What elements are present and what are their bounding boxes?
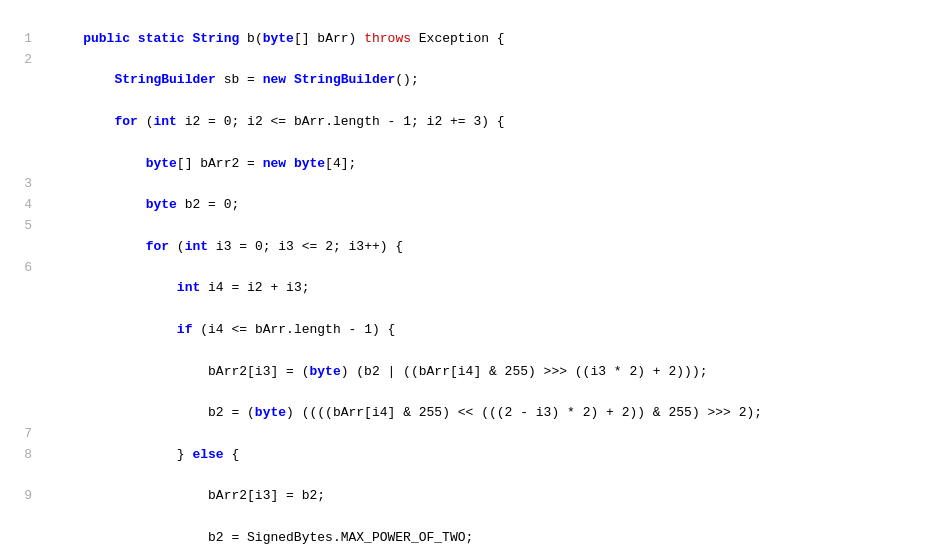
line-num: 7 [12, 424, 32, 445]
line-num [12, 507, 32, 528]
code-line: } else { [52, 445, 925, 466]
line-num [12, 70, 32, 91]
code-content[interactable]: public static String b(byte[] bArr) thro… [40, 0, 937, 555]
line-num [12, 91, 32, 112]
line-num [12, 528, 32, 549]
code-line: byte b2 = 0; [52, 195, 925, 216]
line-num [12, 362, 32, 383]
line-num [12, 133, 32, 154]
line-num: 8 [12, 445, 32, 466]
line-num: 4 [12, 195, 32, 216]
line-num: 6 [12, 258, 32, 279]
line-numbers: 1 2 3 4 5 6 7 8 9 10 [0, 0, 40, 555]
code-line: StringBuilder sb = new StringBuilder(); [52, 70, 925, 91]
line-num [12, 549, 32, 555]
code-line: int i4 = i2 + i3; [52, 278, 925, 299]
line-num [12, 382, 32, 403]
code-line: bArr2[i3] = b2; [52, 486, 925, 507]
code-line: for (int i2 = 0; i2 <= bArr.length - 1; … [52, 112, 925, 133]
code-line: b2 = (byte) ((((bArr[i4] & 255) << (((2 … [52, 403, 925, 424]
line-num [12, 237, 32, 258]
line-num: 9 [12, 486, 32, 507]
code-editor: 1 2 3 4 5 6 7 8 9 10 public static Strin [0, 0, 937, 555]
code-line: public static String b(byte[] bArr) thro… [52, 29, 925, 50]
line-num [12, 278, 32, 299]
line-num: 2 [12, 50, 32, 71]
line-num [12, 466, 32, 487]
code-line: for (int i3 = 0; i3 <= 2; i3++) { [52, 237, 925, 258]
line-num: 1 [12, 29, 32, 50]
line-num [12, 299, 32, 320]
line-num [12, 8, 32, 29]
line-num: 5 [12, 216, 32, 237]
code-line: if (i4 <= bArr.length - 1) { [52, 320, 925, 341]
line-num [12, 341, 32, 362]
code-line: byte[] bArr2 = new byte[4]; [52, 154, 925, 175]
code-line: bArr2[i3] = (byte) (b2 | ((bArr[i4] & 25… [52, 362, 925, 383]
code-line: b2 = SignedBytes.MAX_POWER_OF_TWO; [52, 528, 925, 549]
line-num [12, 320, 32, 341]
line-num: 3 [12, 174, 32, 195]
line-num [12, 112, 32, 133]
line-num [12, 403, 32, 424]
line-num [12, 154, 32, 175]
